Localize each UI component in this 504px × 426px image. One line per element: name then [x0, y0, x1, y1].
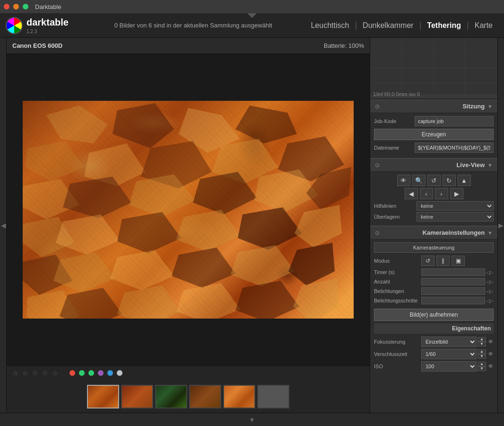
- film-thumb-3[interactable]: [155, 385, 187, 408]
- verschlusszeit-up[interactable]: ▲: [478, 349, 486, 354]
- left-arrow-icon: ◀: [0, 222, 7, 229]
- film-thumb-5[interactable]: [223, 385, 255, 408]
- nav-karte[interactable]: Karte: [469, 19, 498, 32]
- sitzung-arrow: ▼: [487, 104, 493, 109]
- lv-rotate-left-btn[interactable]: ↺: [427, 175, 441, 186]
- right-panel-toggle[interactable]: ▶: [497, 38, 504, 413]
- right-arrow-icon: ▶: [498, 222, 504, 229]
- lv-right2-btn[interactable]: ▶: [450, 188, 463, 199]
- lv-eye-btn[interactable]: 👁: [397, 175, 410, 186]
- iso-row: ISO 100 200 400 800 ▲ ▼ 👁: [374, 361, 494, 372]
- logo-version: 1.2.3: [26, 29, 69, 34]
- svg-marker-2: [179, 108, 240, 153]
- ueberlagern-label: Überlagern: [374, 214, 417, 220]
- histogram-chart: [370, 38, 497, 99]
- color-dot-purple[interactable]: [98, 370, 104, 376]
- color-dot-blue[interactable]: [107, 370, 113, 376]
- film-thumb-2[interactable]: [121, 385, 153, 408]
- timer-row: Timer (s) ◁▷: [374, 268, 494, 276]
- lv-prev-btn[interactable]: ‹: [420, 188, 433, 199]
- svg-marker-23: [110, 250, 174, 290]
- timer-slider[interactable]: [421, 268, 485, 276]
- titlebar: Darktable: [0, 0, 504, 13]
- filmstrip-images: [7, 380, 370, 413]
- eigenschaften-subheader: Eigenschaften: [374, 323, 494, 334]
- kamerasteuerung-button[interactable]: Kamerasteuerung: [374, 242, 494, 253]
- iso-up[interactable]: ▲: [478, 362, 486, 366]
- liveview-arrow: ▼: [487, 162, 493, 168]
- star-4[interactable]: ☆: [42, 369, 48, 377]
- iso-select[interactable]: 100 200 400 800: [421, 361, 477, 372]
- close-button[interactable]: [4, 4, 9, 9]
- liveview-header[interactable]: ⊙ Live-View ▼: [370, 158, 497, 172]
- lv-rotate-right-btn[interactable]: ↻: [443, 175, 456, 186]
- svg-marker-20: [295, 205, 342, 248]
- film-thumb-6[interactable]: [257, 385, 289, 408]
- anzahl-slider[interactable]: [421, 278, 485, 285]
- iso-down[interactable]: ▼: [478, 366, 486, 371]
- dateiname-row: Dateiname: [374, 142, 494, 153]
- nav-dunkelkammer[interactable]: Dunkelkammer: [357, 19, 419, 32]
- hilfslinien-select[interactable]: keine Gitter: [417, 201, 494, 211]
- film-thumb-4[interactable]: [189, 385, 221, 408]
- erzeugen-button[interactable]: Erzeugen: [374, 129, 494, 140]
- lv-zoom-btn[interactable]: 🔍: [412, 175, 426, 186]
- iso-arrows: ▲ ▼: [478, 362, 486, 371]
- aufnehmen-button[interactable]: Bild(er) aufnehmen: [374, 309, 494, 321]
- star-1[interactable]: ☆: [12, 369, 18, 377]
- fokussierung-select[interactable]: Einzelbild Kontinuierlich: [421, 337, 477, 347]
- color-dot-gray[interactable]: [117, 370, 122, 376]
- fokussierung-up[interactable]: ▲: [478, 337, 486, 342]
- color-dot-green2[interactable]: [88, 370, 94, 376]
- belichtungsschritte-end: ◁▷: [486, 298, 494, 303]
- lv-left2-btn[interactable]: ◀: [405, 188, 418, 199]
- svg-marker-19: [238, 207, 302, 250]
- nav-tethering[interactable]: Tethering: [421, 19, 467, 32]
- maximize-button[interactable]: [23, 4, 28, 9]
- right-panel: 1/inf f/0,0 0mm iso 0 ⊙ Sitzung ▼ Job-Ko…: [370, 38, 497, 413]
- verschlusszeit-select[interactable]: 1/60 1/30 1/125: [421, 349, 477, 359]
- logo-area: darktable 1.2.3: [6, 17, 81, 34]
- fokussierung-eye[interactable]: 👁: [488, 338, 494, 345]
- ueberlagern-select[interactable]: keine Gitter: [417, 212, 494, 222]
- modus-burst-btn[interactable]: ▣: [452, 256, 465, 266]
- kamera-icon: ⊙: [375, 230, 380, 236]
- nav-leuchttisch[interactable]: Leuchttisch: [305, 19, 355, 32]
- star-3[interactable]: ☆: [32, 369, 38, 377]
- kamera-title: Kameraeinstellungen: [382, 229, 485, 236]
- modus-row: Modus ↺ ∥ ▣: [374, 256, 494, 266]
- dateiname-input[interactable]: [415, 142, 494, 153]
- modus-manual-btn[interactable]: ∥: [436, 256, 450, 266]
- timer-label: Timer (s): [374, 269, 421, 275]
- bottom-panel-toggle[interactable]: ▼: [0, 413, 504, 426]
- left-panel-toggle[interactable]: ◀: [0, 38, 7, 413]
- iso-eye[interactable]: 👁: [488, 363, 494, 370]
- timer-end: ◁▷: [486, 270, 494, 275]
- sitzung-header[interactable]: ⊙ Sitzung ▼: [370, 99, 497, 113]
- top-panel-toggle[interactable]: [247, 13, 257, 18]
- kamera-arrow: ▼: [487, 230, 493, 236]
- color-dot-green1[interactable]: [79, 370, 85, 376]
- verschlusszeit-down[interactable]: ▼: [478, 354, 486, 359]
- lv-focus-btn[interactable]: ▲: [458, 175, 471, 186]
- belichtungsschritte-slider[interactable]: [421, 297, 485, 304]
- verschlusszeit-eye[interactable]: 👁: [488, 351, 494, 357]
- kamera-header[interactable]: ⊙ Kameraeinstellungen ▼: [370, 226, 497, 240]
- svg-marker-14: [306, 167, 351, 210]
- lv-next-btn[interactable]: ›: [435, 188, 448, 199]
- camera-header: Canon EOS 600D Batterie: 100%: [7, 38, 370, 54]
- star-5[interactable]: ☆: [52, 369, 58, 377]
- film-thumb-1[interactable]: [87, 385, 119, 408]
- modus-auto-btn[interactable]: ↺: [421, 256, 434, 266]
- job-kode-input[interactable]: [415, 116, 494, 126]
- sitzung-content: Job-Kode Erzeugen Dateiname: [370, 113, 497, 158]
- color-dot-red[interactable]: [70, 370, 75, 376]
- fokussierung-down[interactable]: ▼: [478, 342, 486, 346]
- svg-marker-25: [231, 245, 295, 286]
- belichtungen-slider[interactable]: [421, 287, 485, 295]
- star-2[interactable]: ☆: [22, 369, 28, 377]
- liveview-icon: ⊙: [375, 162, 380, 169]
- eigenschaften-title: Eigenschaften: [452, 325, 491, 332]
- anzahl-row: Anzahl ◁▷: [374, 278, 494, 285]
- minimize-button[interactable]: [13, 4, 19, 9]
